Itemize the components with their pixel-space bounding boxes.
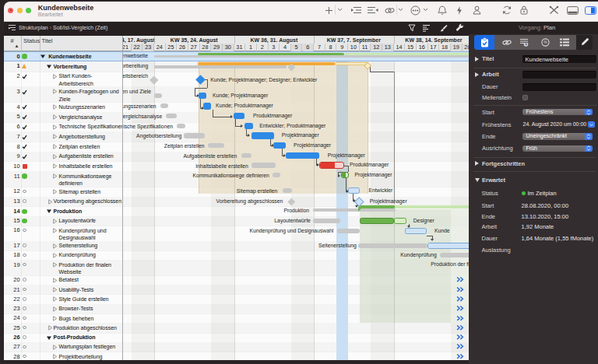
svg-text:%: % (543, 40, 547, 44)
